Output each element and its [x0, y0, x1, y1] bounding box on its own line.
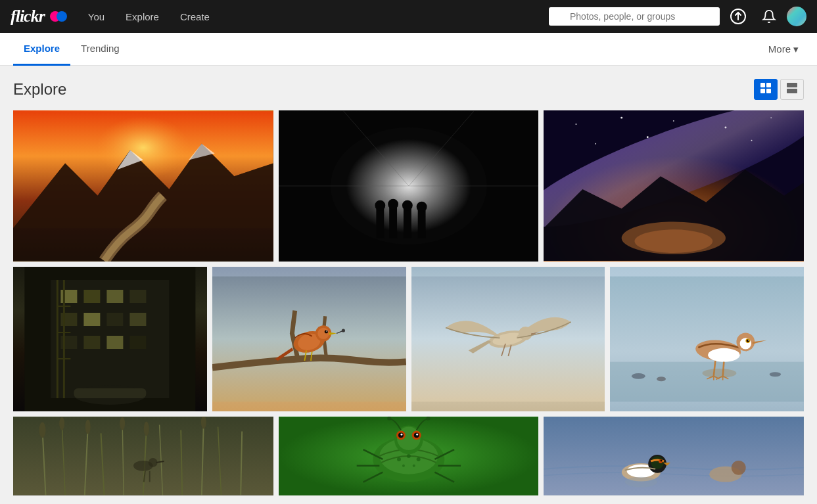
svg-point-127: [400, 434, 402, 436]
svg-point-108: [39, 423, 46, 438]
svg-rect-4: [766, 89, 771, 93]
photo-grid-bot: [13, 417, 804, 495]
photo-grid-top: [13, 110, 804, 262]
nav-create[interactable]: Create: [172, 0, 218, 33]
svg-point-69: [326, 331, 327, 332]
svg-point-110: [85, 420, 91, 434]
bell-icon: [762, 9, 776, 24]
photo-card[interactable]: [544, 110, 804, 262]
flickr-icon: [50, 11, 70, 22]
svg-point-91: [747, 339, 749, 342]
svg-rect-61: [74, 388, 146, 398]
svg-point-68: [325, 330, 328, 333]
nav-you[interactable]: You: [80, 0, 112, 33]
svg-point-139: [416, 457, 420, 461]
svg-point-87: [708, 348, 740, 362]
svg-point-73: [342, 329, 345, 332]
svg-point-83: [632, 373, 645, 379]
svg-point-128: [416, 434, 418, 436]
svg-point-20: [402, 200, 413, 211]
svg-point-37: [751, 140, 753, 141]
photo-svg-3: [544, 110, 804, 262]
svg-rect-6: [787, 89, 797, 93]
svg-point-141: [412, 465, 415, 467]
flickr-wordmark: flickr: [11, 7, 45, 26]
svg-point-92: [748, 340, 749, 340]
svg-rect-82: [610, 362, 804, 402]
avatar[interactable]: [787, 7, 806, 26]
nav-explore[interactable]: Explore: [118, 0, 167, 33]
svg-point-30: [576, 124, 577, 125]
svg-rect-1: [760, 83, 765, 87]
svg-rect-49: [106, 313, 123, 326]
svg-rect-52: [83, 336, 100, 349]
svg-rect-21: [417, 210, 425, 239]
photo-card[interactable]: [13, 110, 273, 262]
photo-svg-10: [544, 417, 804, 495]
flickr-logo[interactable]: flickr: [11, 7, 70, 26]
top-navigation: flickr You Explore Create 🔍: [0, 0, 817, 33]
photo-svg-6: [411, 267, 605, 411]
photo-card[interactable]: [13, 267, 207, 411]
svg-point-31: [621, 117, 623, 119]
flickr-dot-blue: [57, 11, 67, 22]
photo-svg-9: [279, 417, 539, 495]
svg-point-22: [416, 202, 427, 212]
svg-point-34: [771, 117, 772, 118]
svg-point-111: [120, 417, 125, 430]
svg-point-85: [770, 372, 781, 377]
photo-svg-5: [212, 267, 406, 411]
photo-card[interactable]: [212, 267, 406, 411]
photo-card[interactable]: [544, 417, 804, 495]
svg-rect-17: [389, 208, 397, 238]
svg-point-18: [388, 199, 398, 210]
svg-point-140: [402, 465, 405, 467]
svg-point-148: [661, 459, 663, 461]
photo-card[interactable]: [279, 417, 539, 495]
main-content: Explore: [0, 66, 817, 504]
explore-header: Explore: [13, 79, 804, 100]
photo-svg-4: [13, 267, 207, 411]
svg-point-109: [59, 417, 64, 430]
svg-point-84: [657, 377, 666, 381]
svg-point-66: [317, 328, 329, 339]
subnav-explore[interactable]: Explore: [13, 33, 70, 66]
svg-point-40: [635, 229, 713, 253]
svg-rect-45: [106, 290, 123, 303]
svg-point-36: [647, 136, 649, 138]
svg-point-115: [149, 458, 158, 467]
chevron-down-icon: ▾: [793, 43, 799, 55]
search-input[interactable]: [549, 7, 720, 26]
grid-view-button[interactable]: [754, 79, 778, 100]
photo-card[interactable]: [13, 417, 273, 495]
photo-card[interactable]: [279, 110, 539, 262]
svg-rect-15: [376, 209, 384, 239]
subnav-trending[interactable]: Trending: [70, 33, 130, 66]
photo-svg-8: [13, 417, 273, 495]
photo-card[interactable]: [411, 267, 605, 411]
svg-point-151: [625, 477, 657, 488]
grid-icon: [760, 82, 772, 94]
photo-grid-mid: [13, 267, 804, 411]
svg-rect-142: [544, 417, 804, 495]
upload-button[interactable]: [725, 0, 751, 33]
svg-point-32: [673, 120, 674, 122]
list-view-button[interactable]: [780, 79, 804, 100]
photo-svg-2: [279, 110, 539, 262]
more-label: More: [768, 43, 791, 55]
svg-rect-19: [404, 209, 411, 239]
svg-rect-48: [83, 313, 100, 326]
sub-navigation: Explore Trending More ▾: [0, 33, 817, 66]
upload-icon: [730, 9, 746, 24]
page-title: Explore: [13, 80, 66, 99]
svg-point-137: [397, 457, 401, 461]
photo-svg-7: [610, 267, 804, 411]
list-icon: [786, 82, 798, 94]
svg-point-112: [144, 422, 149, 436]
notifications-button[interactable]: [757, 0, 782, 33]
photo-card[interactable]: [610, 267, 804, 411]
svg-point-35: [595, 143, 596, 145]
more-dropdown[interactable]: More ▾: [763, 43, 804, 55]
search-wrapper: 🔍: [549, 7, 720, 26]
svg-rect-5: [787, 83, 797, 87]
